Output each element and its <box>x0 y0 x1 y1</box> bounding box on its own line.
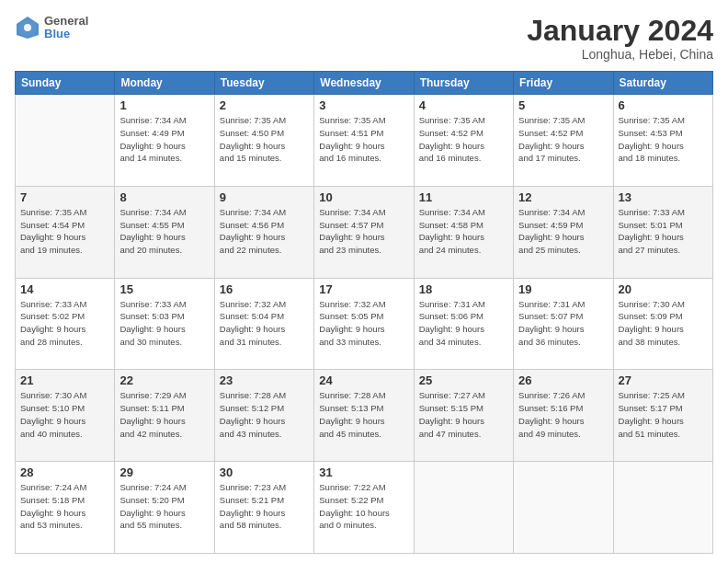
column-header-thursday: Thursday <box>414 72 513 95</box>
title-block: January 2024 Longhua, Hebei, China <box>527 15 713 62</box>
page: General Blue January 2024 Longhua, Hebei… <box>0 0 728 563</box>
day-info: Sunrise: 7:34 AM Sunset: 4:57 PM Dayligh… <box>319 206 408 257</box>
day-info: Sunrise: 7:34 AM Sunset: 4:56 PM Dayligh… <box>220 206 309 257</box>
day-info: Sunrise: 7:34 AM Sunset: 4:59 PM Dayligh… <box>518 206 608 257</box>
calendar-cell: 28Sunrise: 7:24 AM Sunset: 5:18 PM Dayli… <box>16 462 115 554</box>
column-header-friday: Friday <box>514 72 613 95</box>
day-info: Sunrise: 7:31 AM Sunset: 5:06 PM Dayligh… <box>419 298 508 349</box>
calendar-cell: 25Sunrise: 7:27 AM Sunset: 5:15 PM Dayli… <box>414 370 513 462</box>
day-number: 23 <box>220 373 309 387</box>
day-number: 22 <box>119 373 209 387</box>
calendar-cell <box>514 462 613 554</box>
day-number: 1 <box>119 98 209 112</box>
column-header-tuesday: Tuesday <box>214 72 313 95</box>
calendar-cell: 8Sunrise: 7:34 AM Sunset: 4:55 PM Daylig… <box>115 186 214 278</box>
calendar-cell: 31Sunrise: 7:22 AM Sunset: 5:22 PM Dayli… <box>314 462 414 554</box>
day-info: Sunrise: 7:28 AM Sunset: 5:13 PM Dayligh… <box>319 389 408 440</box>
day-number: 28 <box>20 465 109 479</box>
day-info: Sunrise: 7:32 AM Sunset: 5:05 PM Dayligh… <box>319 298 408 349</box>
day-info: Sunrise: 7:27 AM Sunset: 5:15 PM Dayligh… <box>419 389 508 440</box>
calendar-cell: 20Sunrise: 7:30 AM Sunset: 5:09 PM Dayli… <box>613 278 712 370</box>
calendar-cell: 30Sunrise: 7:23 AM Sunset: 5:21 PM Dayli… <box>214 462 313 554</box>
day-info: Sunrise: 7:33 AM Sunset: 5:03 PM Dayligh… <box>119 298 209 349</box>
week-row: 21Sunrise: 7:30 AM Sunset: 5:10 PM Dayli… <box>16 370 713 462</box>
day-number: 20 <box>619 282 708 296</box>
calendar-cell: 19Sunrise: 7:31 AM Sunset: 5:07 PM Dayli… <box>514 278 613 370</box>
calendar-subtitle: Longhua, Hebei, China <box>527 47 713 62</box>
header: General Blue January 2024 Longhua, Hebei… <box>15 15 713 62</box>
calendar-cell: 11Sunrise: 7:34 AM Sunset: 4:58 PM Dayli… <box>414 186 513 278</box>
calendar-cell: 12Sunrise: 7:34 AM Sunset: 4:59 PM Dayli… <box>514 186 613 278</box>
day-info: Sunrise: 7:33 AM Sunset: 5:02 PM Dayligh… <box>20 298 109 349</box>
svg-point-2 <box>24 24 31 31</box>
column-header-saturday: Saturday <box>613 72 712 95</box>
day-number: 26 <box>518 373 608 387</box>
calendar-cell <box>16 95 115 187</box>
day-info: Sunrise: 7:34 AM Sunset: 4:58 PM Dayligh… <box>419 206 508 257</box>
day-info: Sunrise: 7:23 AM Sunset: 5:21 PM Dayligh… <box>220 481 309 532</box>
logo-text: General Blue <box>44 15 88 41</box>
day-number: 3 <box>319 98 408 112</box>
day-number: 27 <box>619 373 708 387</box>
day-info: Sunrise: 7:24 AM Sunset: 5:18 PM Dayligh… <box>20 481 109 532</box>
day-info: Sunrise: 7:24 AM Sunset: 5:20 PM Dayligh… <box>119 481 209 532</box>
day-number: 11 <box>419 190 508 204</box>
calendar-table: SundayMondayTuesdayWednesdayThursdayFrid… <box>15 71 713 554</box>
calendar-cell: 18Sunrise: 7:31 AM Sunset: 5:06 PM Dayli… <box>414 278 513 370</box>
day-info: Sunrise: 7:28 AM Sunset: 5:12 PM Dayligh… <box>220 389 309 440</box>
logo-bottom: Blue <box>44 28 88 40</box>
day-number: 18 <box>419 282 508 296</box>
day-number: 10 <box>319 190 408 204</box>
calendar-cell: 10Sunrise: 7:34 AM Sunset: 4:57 PM Dayli… <box>314 186 414 278</box>
column-header-monday: Monday <box>115 72 214 95</box>
calendar-cell: 6Sunrise: 7:35 AM Sunset: 4:53 PM Daylig… <box>613 95 712 187</box>
calendar-cell: 1Sunrise: 7:34 AM Sunset: 4:49 PM Daylig… <box>115 95 214 187</box>
day-number: 24 <box>319 373 408 387</box>
calendar-cell <box>414 462 513 554</box>
week-row: 1Sunrise: 7:34 AM Sunset: 4:49 PM Daylig… <box>16 95 713 187</box>
calendar-header-row: SundayMondayTuesdayWednesdayThursdayFrid… <box>16 72 713 95</box>
column-header-wednesday: Wednesday <box>314 72 414 95</box>
day-number: 17 <box>319 282 408 296</box>
day-info: Sunrise: 7:35 AM Sunset: 4:52 PM Dayligh… <box>419 114 508 165</box>
day-info: Sunrise: 7:25 AM Sunset: 5:17 PM Dayligh… <box>619 389 708 440</box>
calendar-cell: 15Sunrise: 7:33 AM Sunset: 5:03 PM Dayli… <box>115 278 214 370</box>
calendar-cell: 27Sunrise: 7:25 AM Sunset: 5:17 PM Dayli… <box>613 370 712 462</box>
calendar-cell: 4Sunrise: 7:35 AM Sunset: 4:52 PM Daylig… <box>414 95 513 187</box>
day-info: Sunrise: 7:26 AM Sunset: 5:16 PM Dayligh… <box>518 389 608 440</box>
calendar-title: January 2024 <box>527 15 713 47</box>
calendar-cell: 29Sunrise: 7:24 AM Sunset: 5:20 PM Dayli… <box>115 462 214 554</box>
day-info: Sunrise: 7:34 AM Sunset: 4:49 PM Dayligh… <box>119 114 209 165</box>
calendar-cell: 26Sunrise: 7:26 AM Sunset: 5:16 PM Dayli… <box>514 370 613 462</box>
calendar-cell: 22Sunrise: 7:29 AM Sunset: 5:11 PM Dayli… <box>115 370 214 462</box>
day-info: Sunrise: 7:35 AM Sunset: 4:52 PM Dayligh… <box>518 114 608 165</box>
logo-top: General <box>44 15 88 28</box>
logo: General Blue <box>15 15 88 41</box>
day-info: Sunrise: 7:29 AM Sunset: 5:11 PM Dayligh… <box>119 389 209 440</box>
column-header-sunday: Sunday <box>16 72 115 95</box>
day-number: 4 <box>419 98 508 112</box>
calendar-cell: 13Sunrise: 7:33 AM Sunset: 5:01 PM Dayli… <box>613 186 712 278</box>
calendar-cell: 23Sunrise: 7:28 AM Sunset: 5:12 PM Dayli… <box>214 370 313 462</box>
calendar-cell <box>613 462 712 554</box>
calendar-cell: 17Sunrise: 7:32 AM Sunset: 5:05 PM Dayli… <box>314 278 414 370</box>
day-number: 6 <box>619 98 708 112</box>
day-info: Sunrise: 7:35 AM Sunset: 4:51 PM Dayligh… <box>319 114 408 165</box>
day-number: 7 <box>20 190 109 204</box>
day-info: Sunrise: 7:32 AM Sunset: 5:04 PM Dayligh… <box>220 298 309 349</box>
day-number: 13 <box>619 190 708 204</box>
day-number: 2 <box>220 98 309 112</box>
day-info: Sunrise: 7:31 AM Sunset: 5:07 PM Dayligh… <box>518 298 608 349</box>
calendar-cell: 7Sunrise: 7:35 AM Sunset: 4:54 PM Daylig… <box>16 186 115 278</box>
day-info: Sunrise: 7:35 AM Sunset: 4:53 PM Dayligh… <box>619 114 708 165</box>
week-row: 14Sunrise: 7:33 AM Sunset: 5:02 PM Dayli… <box>16 278 713 370</box>
day-number: 14 <box>20 282 109 296</box>
day-number: 19 <box>518 282 608 296</box>
day-number: 30 <box>220 465 309 479</box>
calendar-cell: 21Sunrise: 7:30 AM Sunset: 5:10 PM Dayli… <box>16 370 115 462</box>
day-info: Sunrise: 7:22 AM Sunset: 5:22 PM Dayligh… <box>319 481 408 532</box>
calendar-cell: 24Sunrise: 7:28 AM Sunset: 5:13 PM Dayli… <box>314 370 414 462</box>
day-number: 29 <box>119 465 209 479</box>
calendar-cell: 5Sunrise: 7:35 AM Sunset: 4:52 PM Daylig… <box>514 95 613 187</box>
day-number: 8 <box>119 190 209 204</box>
